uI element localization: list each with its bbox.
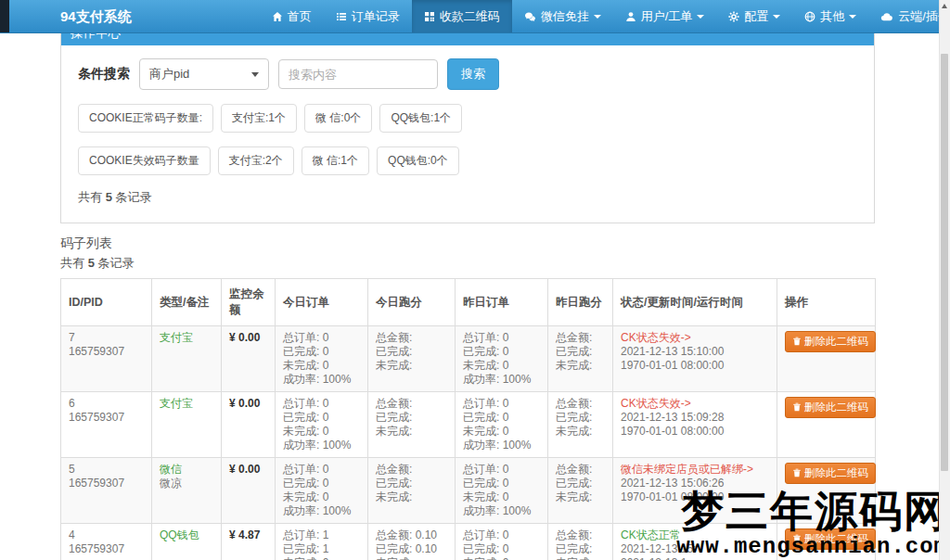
- nav-item-label: 订单记录: [352, 8, 400, 25]
- delete-qrcode-label: 删除此二维码: [804, 401, 868, 414]
- stat-line: 成功率: 100%: [463, 439, 540, 452]
- panel-heading: 操作中心: [61, 33, 874, 45]
- col-today-score: 今日跑分: [368, 279, 456, 326]
- stat-line: 未完成: 0: [463, 425, 540, 439]
- table-cell: ¥ 4.87: [222, 524, 276, 560]
- trash-icon: [792, 402, 802, 414]
- status-text: CK状态失效->: [621, 331, 769, 345]
- nav-item-home[interactable]: 首页: [260, 0, 324, 32]
- search-button[interactable]: 搜索: [447, 58, 499, 90]
- trash-icon: [792, 337, 802, 348]
- stat-line: 未完成:: [376, 490, 447, 504]
- nav-item-users[interactable]: 用户/工单: [613, 0, 717, 32]
- delete-qrcode-button[interactable]: 删除此二维码: [785, 463, 876, 484]
- stat-line: 已完成: 0: [283, 411, 360, 425]
- row-balance: ¥ 0.00: [229, 397, 267, 411]
- table-cell: 删除此二维码: [777, 524, 876, 560]
- panel-record-count: 共有 5 条记录: [78, 189, 857, 206]
- search-row: 条件搜索 商户pid 搜索: [78, 58, 857, 90]
- operation-panel: 操作中心 条件搜索 商户pid 搜索 COOKIE正常码子数量: 支付宝:1个 …: [60, 33, 875, 223]
- list-icon: [336, 11, 347, 22]
- table-cell: 微信未绑定店员或已解绑->2021-12-13 15:06:261970-01-…: [613, 458, 777, 524]
- table-cell: 总金额: 0.10已完成: 0.10未完成:: [368, 524, 456, 560]
- table-row: 4165759307QQ钱包¥ 4.87总订单: 1已完成: 1未完成: 0成功…: [61, 524, 876, 560]
- table-cell: 总金额:已完成:未完成:: [548, 326, 613, 392]
- stat-line: 未完成:: [376, 425, 447, 439]
- delete-qrcode-button[interactable]: 删除此二维码: [785, 528, 876, 550]
- table-cell: 4165759307: [61, 524, 152, 560]
- nav-item-cloud[interactable]: 云端/插件/更新: [868, 0, 950, 32]
- stat-line: 已完成: 0: [463, 477, 540, 490]
- brand-title[interactable]: 94支付系统: [60, 0, 132, 32]
- status-time: 1970-01-01 08:00:00: [621, 425, 769, 439]
- nav-item-wechat[interactable]: 微信免挂: [512, 0, 613, 32]
- delete-qrcode-button[interactable]: 删除此二维码: [785, 331, 876, 352]
- table-cell: 删除此二维码: [777, 392, 876, 458]
- stat-line: 总订单: 0: [463, 331, 540, 345]
- delete-qrcode-label: 删除此二维码: [804, 532, 868, 546]
- status-text: CK状态失效->: [621, 397, 769, 411]
- status-time: 2021-12-13 15:10:00: [621, 345, 769, 359]
- search-label: 条件搜索: [78, 66, 130, 83]
- badge-invalid-wechat: 微 信:1个: [302, 146, 369, 175]
- table-cell: 微信微凉: [152, 458, 222, 524]
- app-screen: 94支付系统 首页订单记录收款二维码微信免挂用户/工单配置其他云端/插件/更新 …: [0, 0, 950, 560]
- stat-line: 已完成: 0: [283, 345, 360, 359]
- table-cell: CK状态失效->2021-12-13 15:09:281970-01-01 08…: [613, 392, 777, 458]
- stat-line: 已完成: 0: [463, 542, 540, 556]
- stat-line: 已完成:: [556, 477, 605, 490]
- table-cell: 总订单: 0已完成: 0未完成: 0成功率: 100%: [456, 392, 548, 458]
- badge-cookie-invalid-title: COOKIE失效码子数量: [78, 146, 211, 175]
- row-pid: 165759307: [69, 411, 144, 425]
- table-cell: 总订单: 1已完成: 1未完成: 0成功率: 100%: [276, 524, 368, 560]
- table-cell: 总订单: 0已完成: 0未完成: 0成功率: 100%: [276, 392, 368, 458]
- stat-line: 总金额:: [556, 331, 605, 345]
- code-list-count-number: 5: [88, 256, 95, 270]
- nav-item-label: 配置: [744, 8, 768, 25]
- table-cell: 支付宝: [152, 326, 222, 392]
- col-today-orders: 今日订单: [276, 279, 368, 326]
- table-header-row: ID/PID 类型/备注 监控余额 今日订单 今日跑分 昨日订单 昨日跑分 状态…: [61, 279, 876, 326]
- stat-line: 成功率: 100%: [283, 439, 360, 452]
- vertical-scrollbar[interactable]: [939, 0, 950, 560]
- row-type: 支付宝: [160, 397, 213, 411]
- stat-line: 未完成:: [556, 556, 605, 560]
- nav-item-qrcode[interactable]: 收款二维码: [412, 0, 512, 32]
- stat-line: 成功率: 100%: [283, 504, 360, 518]
- table-cell: 总金额:已完成:未完成:: [368, 326, 456, 392]
- stat-line: 已完成:: [376, 345, 447, 359]
- scroll-up-arrow-icon[interactable]: [942, 4, 947, 8]
- row-id: 4: [69, 528, 144, 542]
- table-cell: CK状态失效->2021-12-13 15:10:001970-01-01 08…: [613, 326, 777, 392]
- row-type: 支付宝: [160, 331, 213, 345]
- badge-valid-qq: QQ钱包:1个: [379, 104, 462, 133]
- search-type-select[interactable]: 商户pid: [139, 58, 269, 90]
- search-type-select-value: 商户pid: [149, 66, 189, 83]
- stat-line: 已完成: 1: [283, 542, 360, 556]
- scrollbar-thumb[interactable]: [941, 54, 948, 471]
- stat-line: 总订单: 1: [283, 528, 360, 542]
- table-cell: 总金额:已完成:未完成:: [548, 392, 613, 458]
- stat-line: 总金额:: [556, 463, 605, 477]
- badge-invalid-qq: QQ钱包:0个: [377, 146, 459, 175]
- search-input[interactable]: [278, 59, 438, 89]
- status-text: 微信未绑定店员或已解绑->: [621, 463, 769, 477]
- stat-line: 成功率: 100%: [463, 504, 540, 518]
- nav-item-orders[interactable]: 订单记录: [324, 0, 412, 32]
- table-cell: CK状态正常2021-12-13 15:2021-12-13 1: [613, 524, 777, 560]
- nav-item-config[interactable]: 配置: [716, 0, 792, 32]
- trash-icon: [792, 534, 802, 545]
- table-cell: QQ钱包: [152, 524, 222, 560]
- stat-line: 已完成: 0: [463, 411, 540, 425]
- stat-line: 总金额: 0.10: [376, 528, 447, 542]
- stat-line: 未完成:: [376, 556, 447, 560]
- stat-line: 未完成:: [556, 359, 605, 373]
- stat-line: 总订单: 0: [283, 397, 360, 411]
- caret-down-icon: [594, 15, 601, 19]
- badge-valid-alipay: 支付宝:1个: [221, 104, 297, 133]
- delete-qrcode-button[interactable]: 删除此二维码: [785, 397, 876, 418]
- stat-line: 已完成:: [556, 542, 605, 556]
- stat-line: 总金额:: [556, 528, 605, 542]
- nav-item-other[interactable]: 其他: [792, 0, 868, 32]
- window-edge: [0, 0, 9, 32]
